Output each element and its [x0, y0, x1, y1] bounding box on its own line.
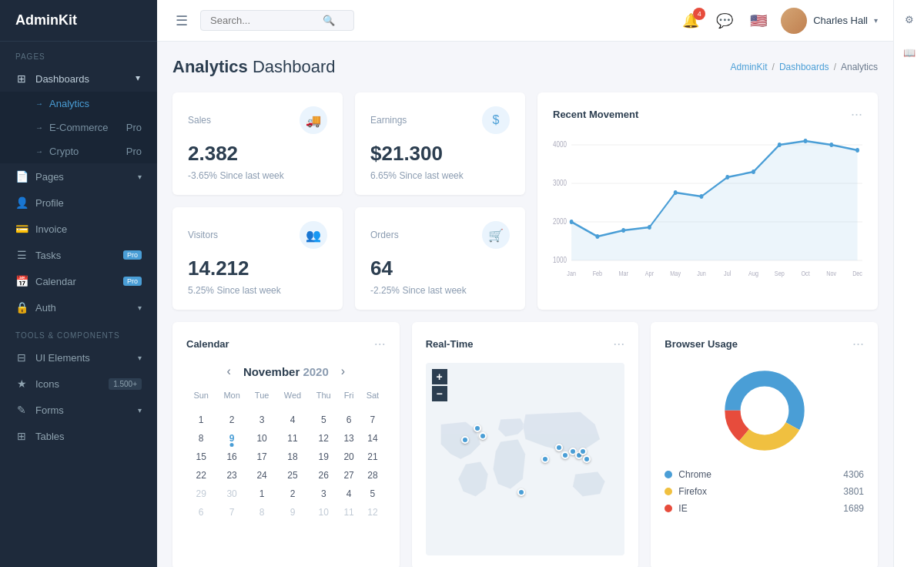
calendar-day[interactable]: 5 — [360, 485, 385, 503]
sidebar-item-dashboards[interactable]: ⊞ Dashboards ▲ — [0, 65, 157, 92]
breadcrumb-adminkit[interactable]: AdminKit — [731, 62, 768, 72]
svg-point-35 — [741, 388, 788, 434]
calendar-day[interactable]: 1 — [248, 485, 276, 503]
calendar-day[interactable]: 2 — [276, 485, 309, 503]
calendar-next-button[interactable]: › — [338, 363, 348, 380]
movement-chart-card: Recent Movement ··· 4000 3000 2000 1000 — [537, 92, 878, 310]
calendar-day — [338, 403, 360, 411]
sidebar-item-pages[interactable]: 📄 Pages ▾ — [0, 163, 157, 190]
calendar-day[interactable]: 9 — [216, 429, 247, 448]
cal-header-mon: Mon — [216, 388, 247, 403]
calendar-day[interactable]: 26 — [310, 466, 338, 485]
calendar-menu-button[interactable]: ··· — [374, 336, 386, 352]
calendar-day — [360, 403, 385, 411]
browser-menu-button[interactable]: ··· — [852, 336, 864, 352]
language-selector[interactable]: 🇺🇸 — [747, 9, 770, 32]
search-input[interactable] — [210, 15, 318, 26]
calendar-prev-button[interactable]: ‹ — [224, 363, 234, 380]
calendar-day[interactable]: 3 — [310, 485, 338, 503]
calendar-day: 12 — [360, 503, 385, 522]
breadcrumb-dashboards[interactable]: Dashboards — [779, 62, 829, 72]
orders-card: Orders 🛒 64 -2.25% Since last week — [355, 207, 525, 310]
calendar-day[interactable]: 4 — [338, 485, 360, 503]
sidebar-dashboards-label: Dashboards — [35, 73, 89, 85]
svg-text:1000: 1000 — [553, 256, 567, 264]
calendar-day[interactable]: 16 — [216, 448, 247, 466]
calendar-day: 7 — [216, 503, 247, 522]
card-icon: 💳 — [15, 223, 28, 235]
calendar-day[interactable]: 10 — [248, 429, 276, 448]
visitors-card: Visitors 👥 14.212 5.25% Since last week — [172, 207, 343, 310]
svg-text:Jul: Jul — [724, 270, 731, 277]
calendar-day[interactable]: 30 — [216, 485, 247, 503]
calendar-day[interactable]: 14 — [360, 429, 385, 448]
avatar-image — [781, 8, 807, 34]
orders-value: 64 — [370, 257, 510, 280]
calendar-day[interactable]: 19 — [310, 448, 338, 466]
sidebar-item-icons[interactable]: ★ Icons 1.500+ — [0, 371, 157, 397]
realtime-menu-button[interactable]: ··· — [613, 336, 624, 352]
calendar-day[interactable]: 12 — [310, 429, 338, 448]
auth-label: Auth — [35, 302, 56, 314]
list-icon: ☰ — [15, 249, 28, 261]
sidebar-item-auth[interactable]: 🔒 Auth ▾ — [0, 294, 157, 320]
calendar-day[interactable]: 25 — [276, 466, 309, 485]
calendar-day[interactable]: 27 — [338, 466, 360, 485]
calendar-day[interactable]: 7 — [360, 411, 385, 429]
calendar-day[interactable]: 20 — [338, 448, 360, 466]
calendar-day[interactable]: 23 — [216, 466, 247, 485]
calendar-day[interactable]: 1 — [186, 411, 216, 429]
calendar-day[interactable]: 2 — [216, 411, 247, 429]
sidebar-item-analytics[interactable]: → Analytics — [0, 92, 157, 116]
svg-point-15 — [752, 169, 755, 174]
hamburger-icon[interactable]: ☰ — [172, 9, 191, 32]
sidebar-item-calendar[interactable]: 📅 Calendar Pro — [0, 268, 157, 294]
orders-title: Orders — [370, 230, 399, 240]
calendar-day[interactable]: 3 — [248, 411, 276, 429]
crypto-label: Crypto — [49, 146, 79, 157]
calendar-day[interactable]: 8 — [186, 429, 216, 448]
sidebar-item-ui-elements[interactable]: ⊟ UI Elements ▾ — [0, 344, 157, 371]
notifications-button[interactable]: 🔔 4 — [679, 9, 702, 32]
sidebar-item-ecommerce[interactable]: → E-Commerce Pro — [0, 116, 157, 139]
calendar-day[interactable]: 18 — [276, 448, 309, 466]
sales-card: Sales 🚚 2.382 -3.65% Since last week — [172, 92, 343, 195]
svg-text:Aug: Aug — [748, 270, 758, 277]
calendar-day[interactable]: 4 — [276, 411, 309, 429]
sidebar-item-tables[interactable]: ⊞ Tables — [0, 423, 157, 449]
map-zoom-controls: + − — [432, 369, 447, 401]
svg-point-16 — [778, 143, 782, 147]
calendar-day[interactable]: 13 — [338, 429, 360, 448]
cal-header-wed: Wed — [276, 388, 309, 403]
calendar-day[interactable]: 22 — [186, 466, 216, 485]
sidebar-item-crypto[interactable]: → Crypto Pro — [0, 139, 157, 163]
calendar-day[interactable]: 24 — [248, 466, 276, 485]
calendar-day[interactable]: 21 — [360, 448, 385, 466]
calendar-day[interactable]: 15 — [186, 448, 216, 466]
sidebar-item-forms[interactable]: ✎ Forms ▾ — [0, 397, 157, 423]
map-zoom-out-button[interactable]: − — [432, 386, 447, 401]
messages-button[interactable]: 💬 — [713, 9, 736, 32]
sidebar-item-invoice[interactable]: 💳 Invoice — [0, 216, 157, 242]
calendar-day[interactable]: 5 — [310, 411, 338, 429]
map-dot — [579, 448, 587, 455]
sidebar-item-tasks[interactable]: ☰ Tasks Pro — [0, 242, 157, 268]
sidebar-item-profile[interactable]: 👤 Profile — [0, 190, 157, 216]
calendar-day[interactable]: 6 — [338, 411, 360, 429]
settings-icon[interactable]: ⚙ — [900, 9, 919, 30]
calendar-day[interactable]: 29 — [186, 485, 216, 503]
chart-menu-button[interactable]: ··· — [851, 106, 862, 122]
calendar-day: 6 — [186, 503, 216, 522]
sales-title: Sales — [188, 115, 211, 126]
calendar-day[interactable]: 17 — [248, 448, 276, 466]
svg-point-17 — [804, 139, 808, 143]
svg-text:May: May — [670, 270, 681, 277]
table-icon: ⊞ — [15, 430, 28, 442]
chart-title: Recent Movement — [553, 109, 638, 120]
calendar-day[interactable]: 28 — [360, 466, 385, 485]
user-menu[interactable]: Charles Hall ▾ — [781, 8, 878, 34]
book-icon[interactable]: 📖 — [899, 42, 920, 63]
browser-item-ie: IE 1689 — [665, 503, 864, 514]
calendar-day[interactable]: 11 — [276, 429, 309, 448]
map-zoom-in-button[interactable]: + — [432, 369, 447, 384]
